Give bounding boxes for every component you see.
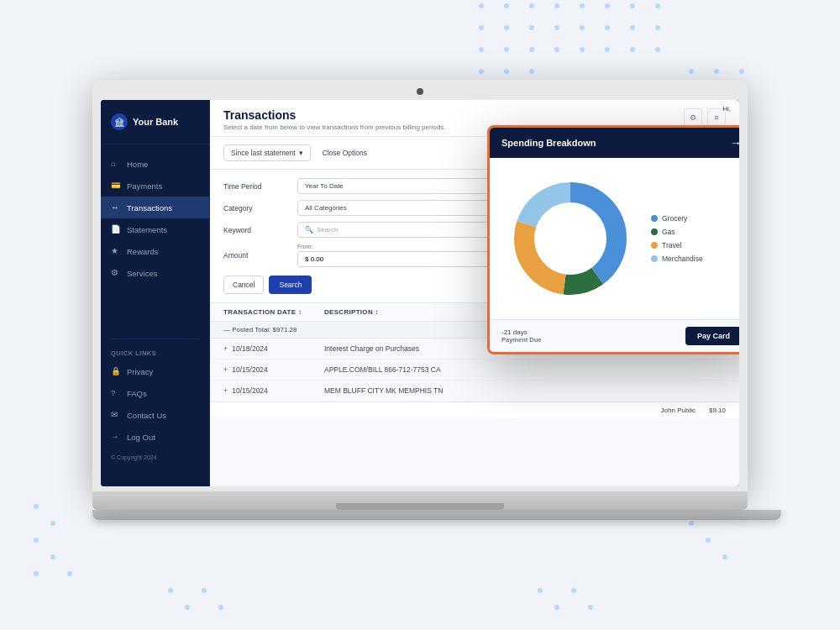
legend-item-grocery: Grocery: [651, 214, 703, 223]
laptop-stand: [92, 510, 781, 520]
search-icon: 🔍: [305, 226, 313, 234]
tx-desc-3: MEM BLUFF CITY MK MEMPHIS TN: [324, 386, 726, 395]
gas-dot: [651, 228, 658, 235]
cancel-button[interactable]: Cancel: [223, 276, 264, 294]
sidebar-item-payments[interactable]: 💳 Payments: [101, 175, 209, 197]
brand-name: Your Bank: [133, 117, 178, 127]
payment-due-label: Payment Due: [501, 336, 542, 344]
greeting-text: Hi,: [722, 105, 731, 113]
statements-icon: 📄: [111, 224, 121, 234]
pay-card-button[interactable]: Pay Card: [685, 327, 739, 345]
sidebar-item-faqs[interactable]: ? FAQs: [101, 382, 209, 404]
sidebar-item-logout[interactable]: → Log Out: [101, 426, 209, 448]
sidebar-item-services[interactable]: ⚙ Services: [101, 262, 209, 284]
sidebar-item-label: Services: [127, 269, 157, 278]
sidebar-item-label: Home: [127, 160, 148, 169]
time-period-label: Time Period: [223, 182, 291, 191]
search-button[interactable]: Search: [269, 276, 312, 294]
svg-point-4: [541, 209, 600, 268]
popup-footer: -21 days Payment Due Pay Card: [490, 319, 739, 352]
sidebar: 🏦 Your Bank ⌂ Home 💳 Payments: [101, 100, 210, 486]
keyword-placeholder: Search: [317, 226, 338, 234]
travel-label: Travel: [662, 241, 681, 249]
rewards-icon: ★: [111, 246, 121, 256]
sidebar-divider: [111, 339, 199, 339]
faqs-icon: ?: [111, 388, 121, 398]
laptop-camera: [417, 88, 423, 95]
services-icon: ⚙: [111, 268, 121, 278]
laptop-frame: 🏦 Your Bank ⌂ Home 💳 Payments: [92, 80, 748, 550]
popup-title: Spending Breakdown: [501, 138, 596, 148]
close-options-button[interactable]: Close Options: [318, 145, 372, 160]
sidebar-item-label: Contact Us: [127, 411, 166, 420]
header-left: Transactions Select a date from below to…: [223, 108, 446, 131]
user-amount: $9.10: [709, 407, 726, 414]
sidebar-item-label: Payments: [127, 181, 162, 191]
screen-inner: 🏦 Your Bank ⌂ Home 💳 Payments: [101, 100, 739, 486]
tx-desc-2: APPLE.COM/BILL 866-712-7753 CA: [324, 365, 726, 374]
sidebar-item-label: Log Out: [127, 433, 155, 442]
from-input[interactable]: $ 0.00: [297, 251, 508, 267]
contact-icon: ✉: [111, 410, 121, 420]
category-label: Category: [223, 204, 291, 213]
tx-date-value: 10/15/2024: [232, 386, 268, 395]
logout-icon: →: [111, 432, 121, 442]
expand-icon[interactable]: +: [223, 365, 228, 374]
copyright: © Copyright 2024: [101, 448, 209, 466]
posted-total-label: — Posted Total: $971.28: [223, 326, 297, 333]
sidebar-item-home[interactable]: ⌂ Home: [101, 153, 209, 175]
laptop-base: [92, 491, 748, 510]
sidebar-item-transactions[interactable]: ↔ Transactions: [101, 197, 209, 218]
tx-date-2: + 10/15/2024: [223, 365, 324, 374]
expand-icon[interactable]: +: [223, 344, 228, 353]
brand-icon: 🏦: [111, 113, 128, 130]
sidebar-nav: ⌂ Home 💳 Payments ↔ Transactions 📄: [101, 144, 209, 332]
tx-date-3: + 10/15/2024: [223, 386, 324, 395]
laptop-bezel: 🏦 Your Bank ⌂ Home 💳 Payments: [92, 80, 748, 491]
days-label: -21 days: [501, 328, 528, 336]
col-date-header: TRANSACTION DATE ↕: [223, 308, 324, 316]
legend-item-merchandise: Merchandise: [651, 255, 703, 263]
brand: 🏦 Your Bank: [101, 113, 209, 144]
category-value: All Categories: [305, 204, 347, 212]
payments-icon: 💳: [111, 181, 121, 191]
spending-breakdown-popup: Spending Breakdown →: [487, 125, 739, 354]
table-row: + 10/15/2024 MEM BLUFF CITY MK MEMPHIS T…: [210, 381, 739, 402]
sidebar-item-rewards[interactable]: ★ Rewards: [101, 240, 209, 262]
merchandise-dot: [651, 255, 658, 262]
sidebar-item-label: FAQs: [127, 389, 147, 398]
popup-body: Grocery Gas Travel: [490, 158, 739, 319]
page-title: Transactions: [223, 108, 446, 122]
payment-due-info: -21 days Payment Due: [501, 328, 542, 344]
sidebar-item-statements[interactable]: 📄 Statements: [101, 218, 209, 240]
time-period-value: Year To Date: [305, 182, 344, 190]
quick-links-title: QUICK LINKS: [101, 346, 209, 360]
sidebar-item-privacy[interactable]: 🔒 Privacy: [101, 360, 209, 382]
settings-button[interactable]: ⚙: [684, 108, 702, 127]
statement-select-label: Since last statement: [231, 149, 296, 157]
amount-label: Amount: [223, 251, 291, 260]
header-right: ⚙ ≡: [684, 108, 726, 127]
tx-date-1: + 10/18/2024: [223, 344, 324, 353]
user-info-bar: John Public $9.10: [210, 402, 739, 418]
sidebar-item-label: Rewards: [127, 247, 159, 256]
grocery-label: Grocery: [662, 214, 687, 223]
sidebar-item-contact[interactable]: ✉ Contact Us: [101, 404, 209, 426]
page-subtitle: Select a date from below to view transac…: [223, 123, 446, 131]
from-field: From: $ 0.00: [297, 244, 508, 267]
user-name: John Public: [661, 407, 696, 414]
grocery-dot: [651, 215, 658, 222]
laptop-screen: 🏦 Your Bank ⌂ Home 💳 Payments: [101, 100, 739, 486]
chevron-down-icon: ▾: [299, 149, 303, 157]
expand-popup-icon[interactable]: →: [730, 136, 739, 150]
keyword-label: Keyword: [223, 226, 291, 234]
popup-header: Spending Breakdown →: [490, 128, 739, 158]
tx-date-value: 10/18/2024: [232, 344, 268, 353]
travel-dot: [651, 242, 658, 249]
legend-item-gas: Gas: [651, 228, 703, 236]
expand-icon[interactable]: +: [223, 386, 228, 395]
statement-select[interactable]: Since last statement ▾: [223, 144, 311, 161]
transactions-icon: ↔: [111, 202, 121, 213]
table-row: + 10/15/2024 APPLE.COM/BILL 866-712-7753…: [210, 360, 739, 381]
from-label: From:: [297, 244, 508, 249]
